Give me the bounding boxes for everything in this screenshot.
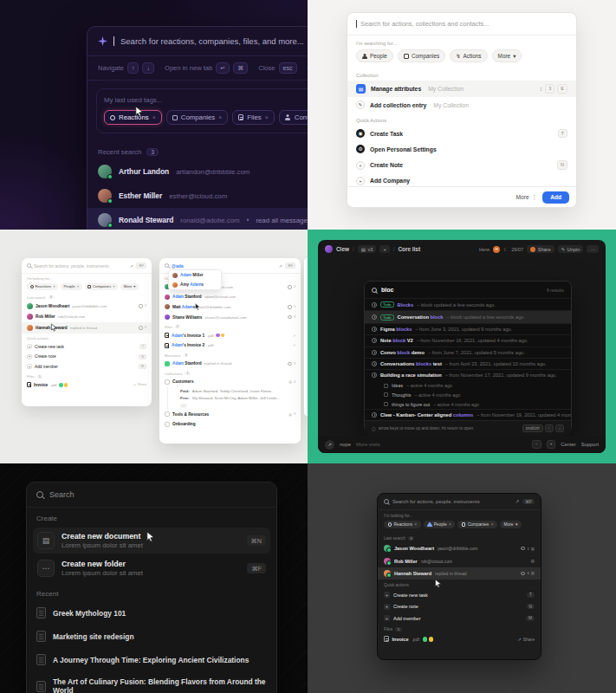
more-visits-label[interactable]: More visits — [356, 442, 380, 447]
result-row[interactable]: Figma blocks– from June 3, 2021, updated… — [365, 323, 571, 334]
center-button[interactable]: Center — [561, 442, 575, 447]
chip-people[interactable]: People× — [61, 283, 82, 290]
result-row[interactable]: TodoBlocks– block updated a few seconds … — [365, 298, 571, 310]
person-row-selected[interactable]: Hannah Stewardreplied in thread6▤ — [378, 567, 541, 580]
suggestion-item[interactable]: Adam Miller — [169, 270, 221, 280]
search-bar[interactable]: Search for reactions, companies, files, … — [88, 27, 308, 56]
recent-row[interactable]: A Journey Through Time: Exploring Ancien… — [27, 648, 276, 671]
board-nav-label[interactable]: nope — [340, 442, 351, 447]
quick-action-row[interactable]: +Create noteN — [22, 352, 152, 362]
share-icon[interactable]: ↗ — [279, 263, 282, 269]
user-row[interactable]: Shane Williamsshane@canadamail.com3 — [159, 312, 301, 322]
unpin-button[interactable]: ✎Unpin — [558, 245, 584, 253]
file-row[interactable]: Adam's Invoice 2.pdf↗ — [159, 340, 301, 351]
share-button[interactable]: ↗Share — [133, 383, 146, 387]
presence-avatar[interactable]: H — [493, 246, 500, 253]
result-row-selected[interactable]: TodoConversation block– block updated a … — [365, 310, 571, 322]
quick-action-row[interactable]: ◉Create TaskT — [347, 126, 576, 141]
file-row[interactable]: Adam's Invoice 1.pdf↗ — [159, 330, 301, 340]
chip-companies[interactable]: Companies — [398, 49, 445, 62]
search-bar[interactable]: Search for actions, people, instruments … — [378, 494, 541, 510]
collection-row[interactable]: Customers▤4 — [159, 377, 301, 387]
result-child-row[interactable]: Ideas– active 4 months ago — [365, 381, 571, 391]
collection-row[interactable]: ✎ Add collection entry My Collection — [347, 97, 576, 113]
checkbox-icon[interactable] — [165, 422, 170, 427]
cursor-mode-button[interactable]: ↗ — [325, 440, 334, 450]
search-bar[interactable]: Search for actions, collections and cont… — [347, 13, 576, 36]
chip-reactions[interactable]: Reactions× — [27, 283, 58, 290]
version-badge[interactable]: ▤v3 — [358, 245, 377, 253]
collection-sub-row[interactable]: Paid:Adam Stanford, Teddy Cleveland, Jus… — [167, 387, 301, 395]
result-row[interactable]: Building a race simulation– from Novembe… — [365, 369, 571, 380]
add-button[interactable]: + — [379, 245, 389, 253]
result-row[interactable]: Clew - Kanban- Center aligned columns– f… — [365, 409, 571, 420]
tag-chip-reactions[interactable]: Reactions× — [104, 110, 162, 125]
support-button[interactable]: Support — [581, 442, 599, 447]
collection-sub-row[interactable]: Free:Sly Steward, Scott McCoy, Adam Mill… — [167, 394, 301, 402]
zoom-in-button[interactable]: + — [547, 440, 556, 448]
person-row[interactable]: Jason Woodheartjason@dribbble.com2 — [22, 301, 152, 312]
tag-chip-companies[interactable]: Companies× — [166, 110, 229, 125]
search-bar[interactable]: bloc 9 results — [365, 282, 571, 298]
close-icon[interactable]: × — [265, 114, 269, 120]
share-button[interactable]: ↗Share — [517, 637, 535, 642]
file-row[interactable]: Invoice.pdf↗Share — [22, 380, 152, 391]
contact-row[interactable]: Arthur Landon artlandon@dribbble.com — [88, 159, 308, 184]
chip-companies[interactable]: Companies× — [85, 283, 119, 290]
create-document-row[interactable]: ▤ Create new documentLorem ipsum dolor s… — [33, 528, 270, 554]
quick-action-row[interactable]: +Create noteN — [378, 601, 541, 612]
search-bar[interactable]: Search — [27, 483, 276, 508]
quick-action-row[interactable]: +Add memberM — [378, 612, 541, 624]
workspace-avatar[interactable] — [325, 245, 333, 253]
quick-action-row[interactable]: +Add memberM — [22, 361, 152, 372]
create-folder-row[interactable]: ⋯ Create new folderLorem ipsum dolor sit… — [33, 555, 270, 581]
chip-more[interactable]: More▾ — [120, 283, 139, 290]
reaction-row[interactable]: Adam Stanfordreplied in thread3 — [159, 359, 301, 369]
contact-row[interactable]: Esther Miller esther@icloud.com — [88, 184, 308, 208]
checkbox-icon[interactable] — [165, 411, 170, 417]
search-bar[interactable]: Search for actions, people, instruments … — [22, 258, 152, 274]
share-icon[interactable]: ↗ — [130, 263, 133, 269]
read-all-messages[interactable]: read all messages — [256, 217, 308, 224]
chip-actions[interactable]: ↯Actions — [450, 49, 487, 62]
chip-more[interactable]: More▾ — [492, 49, 522, 62]
result-row[interactable]: Note block V2– from November 16, 2021, u… — [365, 334, 571, 346]
add-button[interactable]: Add — [542, 191, 569, 204]
user-row[interactable]: Adam Stanfordadam@icloud.com — [159, 292, 301, 302]
result-row[interactable]: Convo block demo– from June 7, 2021, upd… — [365, 346, 571, 358]
recent-row[interactable]: The Art of Culinary Fusion: Blending Fla… — [27, 671, 276, 693]
collection-row[interactable]: Onboarding — [159, 419, 301, 430]
contact-row-selected[interactable]: Ronald Steward ronald@adobe.com • read a… — [88, 208, 308, 230]
suggestion-item[interactable]: Amy Adams — [169, 280, 221, 289]
chip-more[interactable]: More▾ — [500, 521, 522, 528]
result-child-row[interactable]: Thoughts– active 4 months ago — [365, 390, 571, 399]
result-row[interactable]: Conversations blocks test– from April 23… — [365, 358, 571, 369]
close-icon[interactable]: × — [152, 114, 156, 120]
zoom-out-button[interactable]: − — [532, 440, 541, 448]
recent-row[interactable]: Marketing site redesign — [27, 625, 276, 648]
chip-people[interactable]: People — [356, 49, 393, 62]
chip-companies[interactable]: Companies× — [457, 521, 497, 528]
more-button[interactable]: ⋯ — [587, 245, 599, 253]
share-icon[interactable]: ↗ — [293, 343, 295, 347]
quick-action-row[interactable]: +Create new taskT — [22, 341, 152, 352]
tag-chip-contacts[interactable]: Contacts× — [279, 110, 308, 125]
person-row-selected[interactable]: Hannah Stewardreplied in thread6 — [22, 322, 152, 334]
collection-row-selected[interactable]: ▤ Manage attributes My Collection ↕ 3 E — [347, 81, 576, 97]
quick-action-row[interactable]: +Create NoteN — [347, 157, 576, 172]
collection-more-row[interactable]: ⋯ — [167, 402, 301, 410]
tag-chip-files[interactable]: Files× — [232, 110, 275, 125]
user-row[interactable]: Matt Adamsmatt@dribbble.com5 — [159, 302, 301, 313]
quick-action-row[interactable]: +Create new taskT — [378, 589, 541, 600]
share-icon[interactable]: ↗ — [293, 334, 295, 338]
recent-row[interactable]: Greek Mythology 101 — [27, 601, 276, 625]
collection-row[interactable]: Tools & Resources▤3 — [159, 410, 301, 420]
result-child-row[interactable]: things to figure out– active 4 months ag… — [365, 399, 571, 409]
chip-people[interactable]: People× — [424, 521, 456, 528]
share-button[interactable]: Share — [527, 245, 554, 253]
file-row[interactable]: Invoice.pdf↗Share — [378, 633, 541, 644]
share-icon[interactable]: ↗ — [515, 499, 519, 504]
close-icon[interactable]: × — [218, 114, 222, 120]
chip-reactions[interactable]: Reactions× — [384, 521, 421, 528]
quick-action-row[interactable]: ⚙Open Personal Settings — [347, 141, 576, 157]
